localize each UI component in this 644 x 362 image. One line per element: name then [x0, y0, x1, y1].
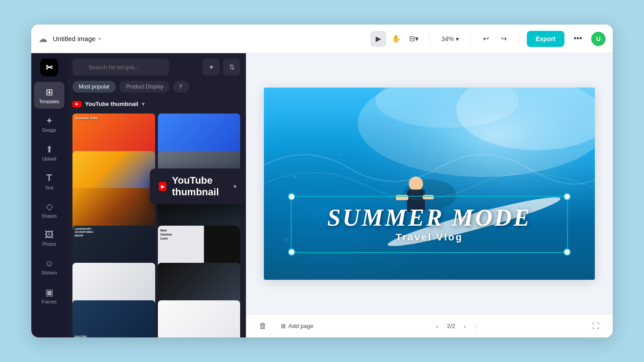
- sidebar-label-design: Design: [42, 128, 56, 133]
- upload-icon: ⬆: [46, 144, 53, 155]
- more-options-button[interactable]: •••: [570, 31, 586, 47]
- sidebar-item-stickers[interactable]: ☺ Stickers: [34, 253, 64, 280]
- selection-handle-bl[interactable]: [288, 248, 295, 256]
- canvas-area: SUMMER MODE Travel Vlog 🗑 ⊞ Add page: [246, 53, 613, 337]
- search-input[interactable]: [72, 59, 169, 76]
- stickers-icon: ☺: [45, 258, 54, 269]
- canvas-text-selection[interactable]: SUMMER MODE Travel Vlog: [291, 196, 568, 253]
- add-page-icon: ⊞: [281, 323, 286, 329]
- ai-search-button[interactable]: ✦: [203, 59, 220, 76]
- youtube-dropdown-label: YouTube thumbnail: [172, 175, 228, 198]
- prev-page-button[interactable]: ‹: [431, 320, 444, 333]
- text-icon: T: [46, 172, 52, 184]
- filter-tabs: Most popular Product Display F: [67, 81, 246, 97]
- panel-search-area: 🔍 ✦ ⇅: [67, 53, 246, 81]
- delete-page-button[interactable]: 🗑: [255, 318, 271, 334]
- app-logo[interactable]: ✂: [40, 59, 58, 76]
- template-grid: Summer Vibe Back to Campus: [67, 111, 246, 337]
- zoom-chevron-icon: ▾: [456, 35, 459, 42]
- canvas-wrapper[interactable]: SUMMER MODE Travel Vlog: [246, 53, 613, 314]
- add-page-button[interactable]: ⊞ Add page: [275, 318, 320, 334]
- templates-panel: 🔍 ✦ ⇅ Most popular Product Display F ▶ Y…: [67, 53, 246, 337]
- filter-tab-product-display[interactable]: Product Display: [119, 81, 169, 93]
- youtube-dropdown-icon: ▶: [159, 182, 166, 191]
- toolbar-group-tools: ▶ ✋ ⊟▾: [370, 31, 422, 47]
- sidebar-label-stickers: Stickers: [41, 270, 57, 275]
- youtube-thumbnail-dropdown[interactable]: ▶ YouTube thumbnail ▾: [150, 168, 246, 204]
- undo-button[interactable]: ↩: [478, 31, 494, 47]
- template-card-lamp[interactable]: Lamp: [158, 300, 241, 338]
- zoom-button[interactable]: 34% ▾: [437, 31, 463, 47]
- template-card-electric[interactable]: ElectricMountainBike Review: [72, 300, 155, 338]
- title-chevron-icon: ▾: [98, 36, 101, 42]
- top-bar: ☁ Untitled image ▾ ▶ ✋ ⊟▾ 34% ▾ ↩ ↪ Expo…: [31, 25, 613, 53]
- sidebar-label-frames: Frames: [42, 299, 57, 304]
- sidebar-label-templates: Templates: [39, 99, 59, 104]
- app-window: ☁ Untitled image ▾ ▶ ✋ ⊟▾ 34% ▾ ↩ ↪ Expo…: [31, 25, 613, 337]
- design-icon: ✦: [46, 115, 53, 126]
- dropdown-chevron-icon: ▾: [233, 183, 237, 190]
- frames-icon: ▣: [45, 287, 54, 298]
- sidebar-label-text: Text: [45, 185, 53, 190]
- sidebar-item-shapes[interactable]: ◇ Shapes: [34, 196, 64, 223]
- export-button[interactable]: Export: [527, 31, 564, 47]
- travel-vlog-text: Travel Vlog: [305, 232, 554, 243]
- cloud-icon: ☁: [38, 34, 47, 44]
- toolbar-divider-2: [470, 33, 471, 45]
- canvas-background: SUMMER MODE Travel Vlog: [264, 88, 595, 280]
- photos-icon: 🖼: [45, 230, 54, 240]
- pan-tool-button[interactable]: ✋: [388, 31, 404, 47]
- summer-mode-text: SUMMER MODE: [305, 206, 554, 230]
- toolbar-divider-3: [519, 33, 520, 45]
- sidebar-label-photos: Photos: [42, 242, 56, 247]
- bottom-right-actions: ⛶: [588, 318, 604, 334]
- zoom-level-text: 34%: [441, 35, 454, 42]
- sidebar-label-shapes: Shapes: [42, 214, 57, 219]
- redo-button[interactable]: ↪: [496, 31, 512, 47]
- user-avatar[interactable]: U: [591, 32, 606, 46]
- fullscreen-button[interactable]: ⛶: [588, 318, 604, 334]
- sidebar-item-templates[interactable]: ⊞ Templates: [34, 82, 64, 109]
- toolbar-divider-1: [429, 33, 430, 45]
- toolbar-group-history: ↩ ↪: [478, 31, 512, 47]
- select-tool-button[interactable]: ▶: [370, 31, 386, 47]
- page-indicator: 2/2: [447, 323, 455, 329]
- bottom-bar: 🗑 ⊞ Add page ‹ 2/2 › | ⛶: [246, 314, 613, 337]
- sidebar-label-upload: Upload: [42, 156, 56, 161]
- search-wrapper: 🔍: [72, 59, 199, 76]
- sidebar-item-design[interactable]: ✦ Design: [34, 110, 64, 137]
- layout-tool-button[interactable]: ⊟▾: [406, 31, 422, 47]
- pagination: ‹ 2/2 › |: [431, 320, 476, 333]
- selection-handle-tl[interactable]: [288, 193, 295, 200]
- bottom-left-actions: 🗑 ⊞ Add page: [255, 318, 320, 334]
- shapes-icon: ◇: [46, 201, 53, 212]
- templates-icon: ⊞: [46, 87, 53, 97]
- canvas-frame: SUMMER MODE Travel Vlog: [264, 88, 595, 280]
- section-header-youtube[interactable]: ▶ YouTube thumbnail ▾: [67, 97, 246, 111]
- main-content: ✂ ⊞ Templates ✦ Design ⬆ Upload T Text ◇…: [31, 53, 613, 337]
- filter-tab-f[interactable]: F: [173, 81, 189, 93]
- sidebar-item-text[interactable]: T Text: [34, 168, 64, 194]
- sidebar-item-frames[interactable]: ▣ Frames: [34, 282, 64, 309]
- section-label: YouTube thumbnail: [85, 101, 138, 107]
- doc-title-text: Untitled image: [53, 35, 96, 42]
- youtube-icon: ▶: [72, 101, 81, 107]
- filter-button[interactable]: ⇅: [223, 59, 240, 76]
- sidebar-item-upload[interactable]: ⬆ Upload: [34, 139, 64, 166]
- sidebar-item-photos[interactable]: 🖼 Photos: [34, 225, 64, 252]
- selection-handle-tr[interactable]: [564, 193, 571, 200]
- section-chevron-icon: ▾: [142, 101, 144, 107]
- filter-tab-most-popular[interactable]: Most popular: [72, 81, 116, 93]
- selection-handle-br[interactable]: [564, 248, 571, 256]
- sidebar: ✂ ⊞ Templates ✦ Design ⬆ Upload T Text ◇…: [31, 53, 67, 337]
- add-page-label: Add page: [288, 323, 314, 329]
- next-page-button[interactable]: ›: [459, 320, 471, 333]
- doc-title-button[interactable]: Untitled image ▾: [53, 35, 101, 42]
- page-divider: |: [475, 323, 476, 329]
